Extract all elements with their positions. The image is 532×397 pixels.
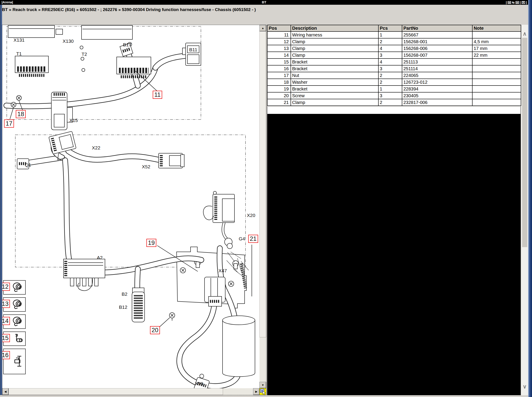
table-row[interactable]: 12 Clamp 2 156268-001 4,5 mm bbox=[267, 38, 521, 45]
cell-pos: 16 bbox=[267, 65, 291, 72]
window-border-right bbox=[528, 0, 532, 397]
part-glyph-icon bbox=[11, 355, 24, 368]
table-row[interactable]: 21 Clamp 2 232817-006 bbox=[267, 99, 521, 106]
detail-thumbnail[interactable]: 14 bbox=[3, 314, 26, 329]
minimize-window-icon[interactable] bbox=[516, 1, 519, 4]
cell-partno: 228394 bbox=[402, 86, 472, 92]
cell-pos: 19 bbox=[267, 86, 291, 92]
cell-pos: 15 bbox=[267, 58, 291, 65]
col-header-note[interactable]: Note bbox=[472, 25, 521, 31]
table-row[interactable]: 17 Nut 2 224065 bbox=[267, 72, 521, 79]
scroll-thumb[interactable] bbox=[522, 38, 527, 247]
cell-pcs: 2 bbox=[378, 38, 402, 45]
diagram-viewport[interactable]: X131X130T1T2B17B11111817X15X22Q1X52X20G4… bbox=[2, 25, 260, 388]
cell-pcs: 1 bbox=[378, 86, 402, 92]
detail-thumbnail[interactable]: 16 bbox=[3, 349, 26, 374]
diagram-vertical-scrollbar[interactable]: ▲ ▼ bbox=[260, 25, 266, 388]
cell-pos: 14 bbox=[267, 52, 291, 58]
cell-description: Clamp bbox=[291, 38, 378, 45]
col-header-partno[interactable]: PartNo bbox=[402, 25, 472, 31]
table-row[interactable]: 18 Washer 2 126723-012 bbox=[267, 79, 521, 86]
page-scrollbar[interactable]: ∧ ∨ bbox=[521, 25, 528, 395]
thumbnail-callout-number: 13 bbox=[2, 300, 10, 308]
col-header-description[interactable]: Description bbox=[291, 25, 378, 31]
thumbnail-callout-number: 16 bbox=[2, 351, 10, 359]
cell-pcs: 4 bbox=[378, 45, 402, 52]
cell-pcs: 2 bbox=[378, 99, 402, 106]
cell-description: Clamp bbox=[291, 99, 378, 106]
scroll-up-icon[interactable]: ∧ bbox=[521, 31, 528, 37]
cell-note: 22 mm bbox=[472, 52, 521, 58]
table-row[interactable]: 11 Wiring harness 1 255667 bbox=[267, 31, 521, 38]
detail-thumbnail[interactable]: 12 bbox=[3, 280, 26, 295]
cell-note bbox=[472, 58, 521, 65]
cell-note: 4,5 mm bbox=[472, 38, 521, 45]
switch-window-icon[interactable]: ⇆ bbox=[512, 1, 515, 4]
col-header-pcs[interactable]: Pcs bbox=[378, 25, 402, 31]
scroll-right-icon[interactable]: ▶ bbox=[253, 388, 260, 395]
table-header-row: Pos Description Pcs PartNo Note bbox=[267, 25, 521, 31]
cell-description: Washer bbox=[291, 79, 378, 86]
cell-pos: 17 bbox=[267, 72, 291, 79]
cell-pos: 11 bbox=[267, 31, 291, 38]
diagram-horizontal-scrollbar[interactable]: ◀ ▶ bbox=[2, 388, 260, 395]
cell-partno: 230405 bbox=[402, 92, 472, 99]
part-glyph-icon bbox=[11, 332, 24, 345]
close-icon[interactable]: ✕ bbox=[522, 1, 525, 4]
cell-partno: 156268-001 bbox=[402, 38, 472, 45]
cell-note bbox=[472, 99, 521, 106]
image-tool-icon[interactable] bbox=[260, 388, 266, 395]
table-row[interactable]: 13 Clamp 4 156268-006 17 mm bbox=[267, 45, 521, 52]
cell-description: Clamp bbox=[291, 45, 378, 52]
cell-note bbox=[472, 86, 521, 92]
cell-partno: 156268-007 bbox=[402, 52, 472, 58]
scroll-thumb[interactable] bbox=[260, 31, 266, 337]
cell-partno: 224065 bbox=[402, 72, 472, 79]
cell-note bbox=[472, 72, 521, 79]
divider: | bbox=[520, 0, 521, 4]
scroll-down-icon[interactable]: ▼ bbox=[260, 382, 266, 388]
divider: | bbox=[526, 0, 527, 4]
cell-description: Bracket bbox=[291, 86, 378, 92]
scroll-left-icon[interactable]: ◀ bbox=[2, 388, 9, 395]
cell-note bbox=[472, 65, 521, 72]
table-footer-gap bbox=[267, 106, 521, 114]
cell-pcs: 2 bbox=[378, 72, 402, 79]
cell-description: Bracket bbox=[291, 58, 378, 65]
table-row[interactable]: 14 Clamp 3 156268-007 22 mm bbox=[267, 52, 521, 58]
cell-note: 17 mm bbox=[472, 45, 521, 52]
cell-pcs: 3 bbox=[378, 52, 402, 58]
table-row[interactable]: 20 Screw 3 230405 bbox=[267, 92, 521, 99]
cell-pos: 18 bbox=[267, 79, 291, 86]
parts-table-body: 11 Wiring harness 1 255667 12 Clamp 2 15… bbox=[267, 31, 521, 106]
wiring-diagram-art bbox=[2, 25, 260, 388]
restore-window-icon[interactable] bbox=[508, 1, 511, 4]
col-header-pos[interactable]: Pos bbox=[267, 25, 291, 31]
cell-pcs: 3 bbox=[378, 92, 402, 99]
cell-pos: 13 bbox=[267, 45, 291, 52]
detail-thumbnail[interactable]: 13 bbox=[3, 297, 26, 312]
cell-note bbox=[472, 92, 521, 99]
cell-partno: 126723-012 bbox=[402, 79, 472, 86]
layers-cursor-icon bbox=[260, 388, 266, 395]
cell-pos: 21 bbox=[267, 99, 291, 106]
detail-thumbnail[interactable]: 15 bbox=[3, 331, 26, 346]
content-placeholder-black bbox=[267, 114, 521, 395]
cell-partno: 156268-006 bbox=[402, 45, 472, 52]
cell-description: Wiring harness bbox=[291, 31, 378, 38]
table-row[interactable]: 15 Bracket 4 251113 bbox=[267, 58, 521, 65]
scroll-down-icon[interactable]: ∨ bbox=[521, 384, 528, 389]
table-row[interactable]: 19 Bracket 1 228394 bbox=[267, 86, 521, 92]
breadcrumb[interactable]: BT » Reach truck » RRE250EC (816) » 6051… bbox=[2, 7, 256, 12]
cell-partno: 232817-006 bbox=[402, 99, 472, 106]
scroll-thumb[interactable] bbox=[9, 388, 223, 395]
cell-note bbox=[472, 79, 521, 86]
part-glyph-icon bbox=[11, 315, 24, 328]
cell-pcs: 4 bbox=[378, 58, 402, 65]
parts-table: Pos Description Pcs PartNo Note 11 Wirin… bbox=[267, 25, 521, 106]
table-row[interactable]: 16 Bracket 3 251114 bbox=[267, 65, 521, 72]
window-title: BT bbox=[0, 0, 528, 4]
diagram-panel: X131X130T1T2B17B11111817X15X22Q1X52X20G4… bbox=[2, 25, 266, 395]
divider: | bbox=[506, 0, 507, 4]
scroll-up-icon[interactable]: ▲ bbox=[260, 25, 266, 31]
